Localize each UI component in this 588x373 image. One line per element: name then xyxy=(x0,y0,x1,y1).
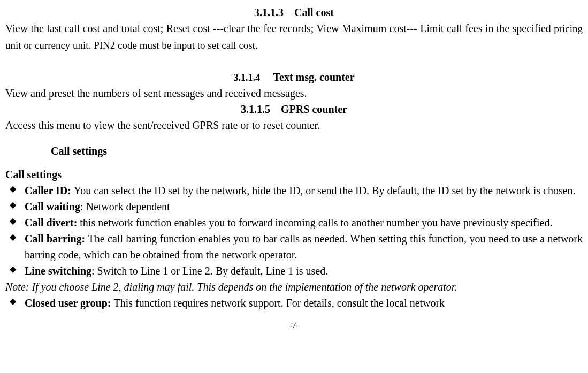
section-number: 3.1.1.4 xyxy=(233,72,260,83)
section-title: Text msg. counter xyxy=(273,71,355,83)
call-settings-list: Caller ID: You can select the ID set by … xyxy=(5,182,583,279)
item-label: Call divert: xyxy=(25,217,80,229)
list-item: Closed user group: This function require… xyxy=(5,295,583,311)
item-text: : Switch to Line 1 or Line 2. By default… xyxy=(91,265,328,277)
page-number: -7- xyxy=(5,319,583,332)
list-item: Call barring: The call barring function … xyxy=(5,231,583,263)
item-label: Closed user group: xyxy=(25,297,114,309)
item-text: this network function enables you to for… xyxy=(80,217,552,229)
list-item: Caller ID: You can select the ID set by … xyxy=(5,182,583,199)
item-text: You can select the ID set by the network… xyxy=(74,185,576,196)
list-item: Call divert: this network function enabl… xyxy=(5,215,583,231)
item-label: Caller ID: xyxy=(25,185,74,196)
section-3-1-1-4-body: View and preset the numbers of sent mess… xyxy=(5,85,583,101)
call-settings-list-continued: Closed user group: This function require… xyxy=(5,295,583,311)
section-3-1-1-5-body: Access this menu to view the sent/receiv… xyxy=(5,117,583,133)
body-text-part: View the last call cost and total cost; … xyxy=(5,22,554,34)
section-number: 3.1.1.3 xyxy=(254,6,284,18)
item-text: The call barring function enables you to… xyxy=(25,233,583,261)
list-item: Line switching: Switch to Line 1 or Line… xyxy=(5,263,583,279)
call-settings-heading: Call settings xyxy=(51,143,583,159)
section-title: GPRS counter xyxy=(281,103,347,115)
section-3-1-1-3-body: View the last call cost and total cost; … xyxy=(5,20,583,53)
item-text: This function requires network support. … xyxy=(114,297,445,309)
section-header-3-1-1-5: 3.1.1.5 GPRS counter xyxy=(5,101,583,117)
item-label: Call barring: xyxy=(25,233,88,245)
section-number: 3.1.1.5 xyxy=(241,103,270,115)
section-title: Call cost xyxy=(294,6,334,18)
note-text: Note: If you choose Line 2, dialing may … xyxy=(5,279,583,295)
item-label: Line switching xyxy=(25,265,91,277)
section-header-3-1-1-3: 3.1.1.3 Call cost xyxy=(5,4,583,20)
item-text: : Network dependent xyxy=(80,201,170,212)
section-header-3-1-1-4: 3.1.1.4 Text msg. counter xyxy=(5,69,583,85)
call-settings-subheading: Call settings xyxy=(5,166,583,182)
item-label: Call waiting xyxy=(25,201,80,212)
list-item: Call waiting: Network dependent xyxy=(5,199,583,215)
